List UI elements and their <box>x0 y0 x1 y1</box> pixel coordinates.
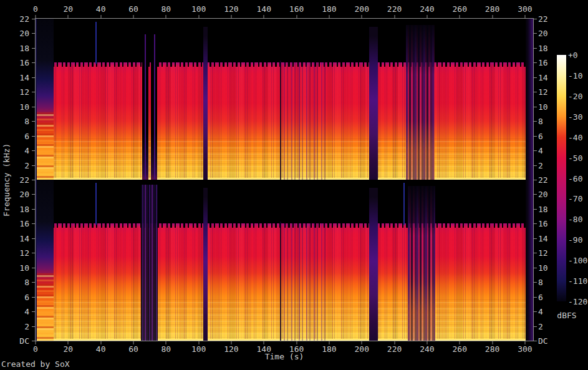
colorbar-tick-label: -50 <box>568 153 582 162</box>
freq-tick-label: 8 <box>538 278 543 287</box>
time-tick-mark <box>492 15 493 18</box>
freq-tick-mark <box>32 326 35 327</box>
freq-tick-mark <box>32 121 35 122</box>
freq-tick-label: 18 <box>538 204 548 213</box>
freq-tick-label: 10 <box>538 263 548 272</box>
time-tick-label: 160 <box>289 4 304 14</box>
freq-tick-label: 4 <box>24 307 29 316</box>
colorbar-tick-label: -100 <box>568 256 587 265</box>
feature-blue-line <box>95 183 97 225</box>
freq-tick-mark <box>534 209 537 210</box>
freq-tick-label: 18 <box>19 204 29 213</box>
feature-thin-line <box>280 222 281 341</box>
freq-tick-mark <box>534 62 537 63</box>
freq-tick-label: 20 <box>19 190 29 199</box>
freq-tick-mark <box>32 341 35 341</box>
colorbar-tick-label: -40 <box>568 132 582 142</box>
freq-tick-label: 4 <box>24 146 29 155</box>
colorbar-tick-label: -90 <box>568 235 582 245</box>
feature-purple-column <box>203 188 208 341</box>
freq-tick-label: 18 <box>19 43 29 52</box>
spectrogram-channel-1 <box>36 19 533 180</box>
x-axis-title: Time (s) <box>36 352 533 361</box>
freq-tick-mark <box>32 297 35 298</box>
colorbar-tick-label: -120 <box>568 297 587 306</box>
feature-streak-region <box>408 186 435 341</box>
freq-tick-mark <box>32 268 35 268</box>
time-tick-label: 20 <box>63 4 73 14</box>
freq-tick-mark <box>32 180 35 180</box>
feature-blue-line <box>403 183 405 225</box>
colorbar-tick-label: -80 <box>568 215 582 224</box>
freq-tick-mark <box>32 238 35 239</box>
freq-tick-label: 2 <box>538 321 543 331</box>
freq-tick-mark <box>32 209 35 210</box>
freq-tick-label: 20 <box>538 29 548 38</box>
time-tick-mark <box>264 15 264 18</box>
feature-gap-streak <box>141 185 158 341</box>
freq-tick-label: 6 <box>538 292 543 301</box>
colorbar-tick-label: +0 <box>568 51 578 60</box>
time-tick-mark <box>362 15 362 18</box>
freq-tick-label: 12 <box>19 248 29 258</box>
freq-tick-label: 12 <box>19 87 29 97</box>
freq-tick-mark <box>32 62 35 63</box>
colorbar-title: dBFS <box>549 311 585 320</box>
time-tick-label: 100 <box>191 4 206 14</box>
freq-tick-label: 22 <box>538 175 548 185</box>
frequency-axis-right: 222018161412108642222018161412108642DC <box>534 19 560 341</box>
freq-tick-label: 14 <box>538 233 548 243</box>
time-tick-mark <box>329 15 329 18</box>
freq-tick-mark <box>32 194 35 195</box>
freq-tick-label: 16 <box>538 219 548 228</box>
feature-intro <box>36 19 54 180</box>
freq-tick-label: 10 <box>19 263 29 272</box>
time-tick-label: 80 <box>161 4 171 14</box>
freq-tick-label: 12 <box>538 87 548 97</box>
freq-tick-label: 20 <box>538 190 548 199</box>
freq-tick-label: 16 <box>538 58 548 67</box>
time-tick-label: 300 <box>518 4 532 14</box>
time-tick-mark <box>427 15 427 18</box>
freq-tick-label: 2 <box>24 160 29 170</box>
freq-tick-label: 10 <box>19 102 29 111</box>
freq-tick-label: 6 <box>538 131 543 140</box>
freq-tick-mark <box>32 33 35 34</box>
freq-tick-label: 6 <box>24 292 29 301</box>
colorbar-tick-label: -20 <box>568 91 582 100</box>
freq-tick-label: DC <box>538 336 548 346</box>
freq-tick-label: 10 <box>538 102 548 111</box>
freq-tick-label: 16 <box>19 219 29 228</box>
feature-streak-purple <box>284 223 326 341</box>
feature-blue-line <box>95 22 97 64</box>
time-tick-mark <box>460 15 460 18</box>
freq-tick-label: DC <box>19 336 29 346</box>
colorbar-tick-label: -10 <box>568 71 582 80</box>
time-tick-label: 200 <box>355 4 369 14</box>
freq-tick-mark <box>534 19 537 19</box>
freq-tick-mark <box>534 326 537 327</box>
freq-tick-mark <box>32 282 35 283</box>
freq-tick-mark <box>534 223 537 224</box>
feature-streak-region <box>406 25 435 180</box>
freq-tick-mark <box>534 238 537 239</box>
freq-tick-mark <box>32 253 35 253</box>
feature-gap-black <box>151 25 157 180</box>
freq-tick-label: 2 <box>538 160 543 170</box>
freq-tick-label: 8 <box>24 278 29 287</box>
freq-tick-mark <box>32 150 35 151</box>
colorbar-gradient <box>557 55 566 301</box>
time-tick-label: 140 <box>257 4 271 14</box>
freq-tick-mark <box>32 311 35 312</box>
freq-tick-mark <box>534 77 537 78</box>
sox-spectrogram-figure: 0204060801001201401601802002202402602803… <box>0 0 588 370</box>
freq-tick-mark <box>534 194 537 195</box>
freq-tick-label: 4 <box>538 307 543 316</box>
feature-gap-black <box>142 25 148 180</box>
freq-tick-mark <box>534 180 537 180</box>
time-tick-label: 180 <box>322 4 336 14</box>
freq-tick-mark <box>534 311 537 312</box>
freq-tick-mark <box>534 253 537 253</box>
time-tick-label: 60 <box>128 4 138 14</box>
freq-tick-label: 14 <box>538 72 548 82</box>
